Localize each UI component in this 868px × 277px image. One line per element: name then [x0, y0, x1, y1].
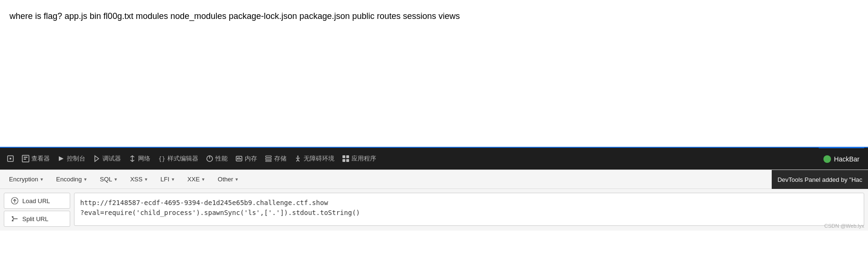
devtools-accessibility-button[interactable]: 无障碍环境 — [291, 152, 337, 165]
svg-marker-5 — [59, 156, 64, 161]
load-url-label: Load URL — [22, 197, 50, 205]
devtools-appprogram-label: 应用程序 — [351, 154, 376, 163]
xss-chevron-icon: ▼ — [144, 177, 148, 182]
devtools-console-button[interactable]: 控制台 — [55, 152, 88, 165]
page-text: where is flag? app.js bin fl00g.txt modu… — [9, 11, 460, 21]
devtools-inspector-button[interactable]: 查看器 — [19, 152, 53, 165]
svg-point-15 — [297, 156, 299, 157]
sql-menu-button[interactable]: SQL ▼ — [94, 173, 123, 185]
devtools-picker-button[interactable] — [4, 153, 17, 164]
svg-rect-3 — [24, 157, 28, 158]
devtools-style-button[interactable]: {} 样式编辑器 — [155, 152, 201, 165]
xxe-chevron-icon: ▼ — [201, 177, 205, 182]
devtools-bar: 查看器 控制台 调试器 网络 {} 样式编辑器 性能 — [0, 147, 868, 170]
svg-rect-21 — [346, 155, 349, 158]
hackbar-tab-label: HackBar — [834, 155, 859, 163]
devtools-tooltip: DevTools Panel added by "Hac — [772, 170, 868, 189]
encoding-menu-button[interactable]: Encoding ▼ — [51, 173, 92, 185]
hackbar-toolbar: Encryption ▼ Encoding ▼ SQL ▼ XSS ▼ LFI … — [0, 170, 868, 189]
encryption-menu-button[interactable]: Encryption ▼ — [4, 173, 49, 185]
svg-point-24 — [12, 216, 14, 218]
lfi-chevron-icon: ▼ — [171, 177, 175, 182]
svg-point-1 — [9, 158, 11, 160]
xxe-menu-button[interactable]: XXE ▼ — [182, 173, 211, 185]
devtools-storage-button[interactable]: 存储 — [262, 152, 289, 165]
devtools-inspector-label: 查看器 — [31, 154, 50, 163]
svg-rect-12 — [266, 156, 271, 157]
other-label: Other — [218, 176, 233, 183]
sql-chevron-icon: ▼ — [114, 177, 118, 182]
url-input[interactable] — [74, 193, 864, 226]
devtools-console-label: 控制台 — [67, 154, 85, 163]
devtools-network-label: 网络 — [138, 154, 150, 163]
devtools-network-button[interactable]: 网络 — [126, 152, 153, 165]
hackbar-tab-button[interactable]: HackBar — [819, 147, 864, 170]
devtools-performance-label: 性能 — [215, 154, 228, 163]
encoding-chevron-icon: ▼ — [83, 177, 88, 182]
devtools-debugger-label: 调试器 — [102, 154, 121, 163]
svg-rect-22 — [342, 159, 345, 162]
svg-rect-20 — [342, 155, 345, 158]
devtools-tooltip-text: DevTools Panel added by "Hac — [777, 176, 862, 183]
svg-rect-10 — [239, 157, 240, 160]
devtools-performance-button[interactable]: 性能 — [203, 152, 231, 165]
load-url-icon — [11, 197, 18, 205]
svg-text:{}: {} — [158, 156, 165, 162]
hackbar-content: Load URL Split URL CSDN @Web.lyx — [0, 189, 868, 231]
svg-rect-23 — [346, 159, 349, 162]
lfi-label: LFI — [160, 176, 169, 183]
xxe-label: XXE — [187, 176, 200, 183]
other-menu-button[interactable]: Other ▼ — [212, 173, 244, 185]
svg-rect-11 — [240, 158, 241, 160]
xss-menu-button[interactable]: XSS ▼ — [125, 173, 153, 185]
watermark: CSDN @Web.lyx — [824, 223, 864, 229]
encryption-label: Encryption — [9, 176, 38, 183]
hackbar-panel: Encryption ▼ Encoding ▼ SQL ▼ XSS ▼ LFI … — [0, 170, 868, 231]
devtools-accessibility-label: 无障碍环境 — [304, 154, 334, 163]
encryption-chevron-icon: ▼ — [39, 177, 44, 182]
svg-line-19 — [298, 160, 299, 161]
split-url-button[interactable]: Split URL — [4, 211, 70, 227]
devtools-style-label: 样式编辑器 — [167, 154, 198, 163]
split-url-label: Split URL — [22, 215, 48, 223]
svg-rect-4 — [24, 159, 26, 160]
other-chevron-icon: ▼ — [235, 177, 239, 182]
encoding-label: Encoding — [56, 176, 82, 183]
svg-rect-13 — [266, 158, 271, 160]
load-url-button[interactable]: Load URL — [4, 193, 70, 209]
devtools-appprogram-button[interactable]: 应用程序 — [339, 152, 379, 165]
devtools-debugger-button[interactable]: 调试器 — [90, 152, 124, 165]
xss-label: XSS — [130, 176, 142, 183]
page-content: where is flag? app.js bin fl00g.txt modu… — [0, 0, 868, 147]
hackbar-green-icon — [823, 155, 831, 163]
svg-rect-14 — [266, 161, 271, 161]
devtools-storage-label: 存储 — [274, 154, 286, 163]
svg-rect-9 — [237, 158, 238, 160]
hackbar-action-buttons: Load URL Split URL — [4, 193, 70, 227]
split-url-icon — [11, 215, 18, 223]
svg-point-25 — [12, 220, 14, 222]
devtools-memory-label: 内存 — [245, 154, 257, 163]
lfi-menu-button[interactable]: LFI ▼ — [155, 173, 180, 185]
devtools-memory-button[interactable]: 内存 — [232, 152, 260, 165]
sql-label: SQL — [100, 176, 112, 183]
